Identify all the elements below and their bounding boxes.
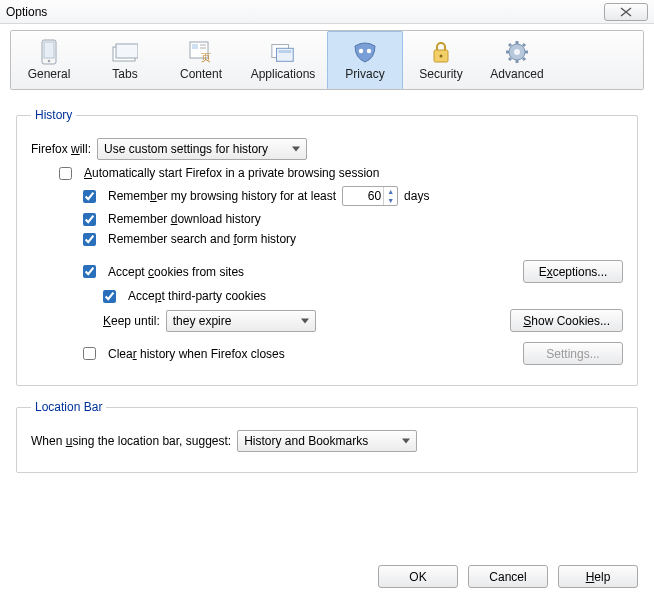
remember-browsing-label: Remember my browsing history for at leas… — [108, 189, 336, 203]
tab-security-label: Security — [419, 67, 462, 81]
clear-settings-button: Settings... — [523, 342, 623, 365]
auto-private-label: Automatically start Firefox in a private… — [84, 166, 379, 180]
svg-line-26 — [523, 44, 525, 46]
firefox-will-select[interactable]: Use custom settings for history — [97, 138, 307, 160]
accept-third-party-checkbox[interactable] — [103, 290, 116, 303]
remember-download-label: Remember download history — [108, 212, 261, 226]
days-label: days — [404, 189, 429, 203]
remember-form-checkbox[interactable] — [83, 233, 96, 246]
clear-on-close-checkbox[interactable] — [83, 347, 96, 360]
tab-advanced[interactable]: Advanced — [479, 31, 555, 89]
help-button[interactable]: Help — [558, 565, 638, 588]
privacy-mask-icon — [352, 39, 378, 65]
content-icon: 页 — [188, 39, 214, 65]
auto-private-checkbox[interactable] — [59, 167, 72, 180]
svg-line-23 — [509, 44, 511, 46]
svg-line-24 — [523, 58, 525, 60]
accept-cookies-checkbox[interactable] — [83, 265, 96, 278]
accept-cookies-label: Accept cookies from sites — [108, 265, 244, 279]
spin-up-icon[interactable]: ▲ — [384, 187, 397, 196]
tab-privacy-label: Privacy — [345, 67, 384, 81]
tabs-icon — [112, 39, 138, 65]
history-days-spinner[interactable]: ▲▼ — [342, 186, 398, 206]
svg-point-13 — [359, 49, 363, 53]
svg-rect-12 — [278, 50, 291, 53]
dialog-buttons: OK Cancel Help — [0, 557, 654, 600]
exceptions-button[interactable]: Exceptions... — [523, 260, 623, 283]
keep-until-select[interactable]: they expire — [166, 310, 316, 332]
history-days-input[interactable] — [343, 189, 383, 203]
svg-point-14 — [367, 49, 371, 53]
svg-rect-6 — [192, 44, 198, 49]
security-lock-icon — [428, 39, 454, 65]
svg-rect-1 — [44, 42, 54, 58]
svg-line-25 — [509, 58, 511, 60]
firefox-will-label: Firefox will: — [31, 142, 91, 156]
tab-advanced-label: Advanced — [490, 67, 543, 81]
tab-content[interactable]: 页 Content — [163, 31, 239, 89]
close-icon — [620, 7, 632, 17]
applications-icon — [270, 39, 296, 65]
accept-third-party-label: Accept third-party cookies — [128, 289, 266, 303]
ok-button[interactable]: OK — [378, 565, 458, 588]
general-icon — [36, 39, 62, 65]
keep-until-label: Keep until: — [103, 314, 160, 328]
window-title: Options — [6, 5, 604, 19]
history-group: History Firefox will: Use custom setting… — [16, 108, 638, 386]
remember-download-checkbox[interactable] — [83, 213, 96, 226]
advanced-gear-icon — [504, 39, 530, 65]
remember-browsing-checkbox[interactable] — [83, 190, 96, 203]
suggest-select[interactable]: History and Bookmarks — [237, 430, 417, 452]
titlebar: Options — [0, 0, 654, 24]
remember-form-label: Remember search and form history — [108, 232, 296, 246]
tab-applications-label: Applications — [251, 67, 316, 81]
close-button[interactable] — [604, 3, 648, 21]
svg-point-16 — [440, 55, 443, 58]
show-cookies-button[interactable]: Show Cookies... — [510, 309, 623, 332]
tab-content-label: Content — [180, 67, 222, 81]
spin-down-icon[interactable]: ▼ — [384, 196, 397, 205]
svg-point-18 — [514, 49, 520, 55]
category-toolbar: General Tabs 页 Content Applications Priv… — [10, 30, 644, 90]
svg-rect-4 — [116, 44, 138, 58]
history-legend: History — [31, 108, 76, 122]
tab-tabs[interactable]: Tabs — [87, 31, 163, 89]
tab-applications[interactable]: Applications — [239, 31, 327, 89]
tab-tabs-label: Tabs — [112, 67, 137, 81]
content-area: History Firefox will: Use custom setting… — [0, 90, 654, 473]
cancel-button[interactable]: Cancel — [468, 565, 548, 588]
suggest-label: When using the location bar, suggest: — [31, 434, 231, 448]
tab-security[interactable]: Security — [403, 31, 479, 89]
location-bar-legend: Location Bar — [31, 400, 106, 414]
clear-on-close-label: Clear history when Firefox closes — [108, 347, 285, 361]
location-bar-group: Location Bar When using the location bar… — [16, 400, 638, 473]
tab-general[interactable]: General — [11, 31, 87, 89]
svg-point-2 — [48, 60, 50, 62]
svg-text:页: 页 — [201, 52, 211, 63]
tab-privacy[interactable]: Privacy — [327, 31, 403, 89]
tab-general-label: General — [28, 67, 71, 81]
